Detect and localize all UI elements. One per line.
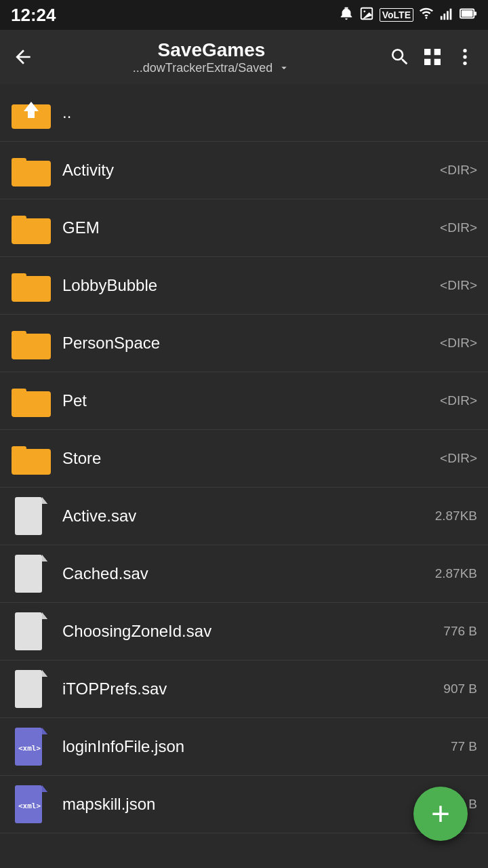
toolbar-actions bbox=[385, 42, 480, 72]
svg-rect-0 bbox=[344, 7, 348, 8]
search-button[interactable] bbox=[385, 42, 415, 72]
status-icons: VoLTE bbox=[339, 6, 477, 24]
xml-file-icon: <xml> bbox=[11, 784, 52, 825]
svg-point-2 bbox=[363, 10, 365, 12]
svg-rect-26 bbox=[12, 331, 26, 336]
file-name: Cached.sav bbox=[62, 564, 423, 583]
parent-folder-icon bbox=[11, 92, 52, 133]
xml-file-icon: <xml> bbox=[11, 726, 52, 767]
folder-icon bbox=[11, 208, 52, 248]
svg-marker-42 bbox=[42, 670, 47, 677]
svg-rect-30 bbox=[12, 446, 26, 452]
list-item[interactable]: Store <DIR> bbox=[0, 430, 488, 488]
svg-rect-5 bbox=[443, 14, 445, 20]
list-item[interactable]: Active.sav 2.87KB bbox=[0, 488, 488, 545]
image-icon bbox=[359, 6, 374, 24]
svg-marker-45 bbox=[42, 728, 47, 734]
folder-icon bbox=[11, 380, 52, 421]
status-bar: 12:24 VoLTE bbox=[0, 0, 488, 30]
file-meta: 77 B bbox=[423, 739, 477, 754]
file-name: ChoosingZoneId.sav bbox=[62, 622, 423, 641]
file-meta: 2.87KB bbox=[423, 566, 477, 581]
folder-name: GEM bbox=[62, 218, 423, 237]
back-button[interactable] bbox=[8, 42, 38, 72]
file-doc-icon bbox=[11, 669, 52, 709]
file-meta: <DIR> bbox=[423, 163, 477, 178]
folder-icon bbox=[11, 438, 52, 479]
svg-point-11 bbox=[463, 49, 466, 52]
svg-rect-28 bbox=[12, 389, 26, 394]
svg-point-12 bbox=[463, 55, 466, 58]
svg-rect-34 bbox=[15, 555, 42, 593]
folder-name: Pet bbox=[62, 391, 423, 410]
list-item[interactable]: ChoosingZoneId.sav 776 B bbox=[0, 603, 488, 660]
add-icon: + bbox=[431, 797, 450, 830]
svg-marker-49 bbox=[42, 785, 47, 792]
svg-rect-9 bbox=[462, 10, 473, 16]
svg-point-3 bbox=[426, 17, 428, 19]
svg-rect-6 bbox=[447, 11, 449, 20]
svg-rect-20 bbox=[12, 158, 26, 163]
folder-icon bbox=[11, 265, 52, 306]
file-meta: 776 B bbox=[423, 624, 477, 639]
more-options-button[interactable] bbox=[450, 42, 480, 72]
file-name: loginInfoFile.json bbox=[62, 737, 423, 756]
list-item[interactable]: <xml> loginInfoFile.json 77 B bbox=[0, 718, 488, 776]
file-list: .. Activity <DIR> GEM <DIR> bbox=[0, 84, 488, 833]
toolbar-subtitle: ...dowTrackerExtra/Saved bbox=[133, 61, 290, 75]
file-name: Active.sav bbox=[62, 507, 423, 526]
svg-rect-21 bbox=[12, 218, 51, 244]
svg-rect-4 bbox=[441, 16, 443, 19]
folder-name: Activity bbox=[62, 161, 423, 180]
folder-icon bbox=[11, 150, 52, 191]
svg-marker-33 bbox=[42, 497, 47, 504]
svg-rect-31 bbox=[15, 497, 42, 535]
file-doc-icon bbox=[11, 611, 52, 652]
folder-icon bbox=[11, 323, 52, 363]
svg-text:<xml>: <xml> bbox=[18, 744, 41, 753]
folder-name: Store bbox=[62, 449, 423, 468]
volte-icon: VoLTE bbox=[380, 8, 413, 22]
svg-marker-39 bbox=[42, 612, 47, 619]
file-meta: <DIR> bbox=[423, 336, 477, 351]
folder-name: LobbyBubble bbox=[62, 276, 423, 295]
file-doc-icon bbox=[11, 553, 52, 594]
list-item[interactable]: .. bbox=[0, 84, 488, 142]
svg-rect-37 bbox=[15, 612, 42, 650]
wifi-icon bbox=[419, 6, 434, 24]
list-item[interactable]: Cached.sav 2.87KB bbox=[0, 545, 488, 603]
svg-rect-7 bbox=[450, 8, 452, 20]
svg-rect-29 bbox=[12, 449, 51, 475]
toolbar-title-block: SaveGames ...dowTrackerExtra/Saved bbox=[45, 39, 378, 75]
battery-icon bbox=[460, 6, 477, 24]
status-time: 12:24 bbox=[11, 5, 56, 26]
file-meta: 2.87KB bbox=[423, 509, 477, 524]
file-name: iTOPPrefs.sav bbox=[62, 679, 423, 698]
list-item[interactable]: PersonSpace <DIR> bbox=[0, 315, 488, 372]
file-meta: <DIR> bbox=[423, 393, 477, 408]
file-doc-icon bbox=[11, 496, 52, 536]
svg-point-13 bbox=[463, 62, 466, 65]
list-item[interactable]: iTOPPrefs.sav 907 B bbox=[0, 660, 488, 718]
svg-marker-36 bbox=[42, 555, 47, 561]
svg-rect-10 bbox=[474, 12, 476, 16]
list-item[interactable]: GEM <DIR> bbox=[0, 199, 488, 257]
list-item[interactable]: LobbyBubble <DIR> bbox=[0, 257, 488, 315]
parent-dir-label: .. bbox=[62, 103, 477, 122]
signal-icon bbox=[439, 6, 454, 24]
folder-name: PersonSpace bbox=[62, 334, 423, 353]
list-item[interactable]: Pet <DIR> bbox=[0, 372, 488, 430]
file-meta: <DIR> bbox=[423, 220, 477, 235]
toolbar: SaveGames ...dowTrackerExtra/Saved bbox=[0, 30, 488, 84]
svg-rect-27 bbox=[12, 391, 51, 417]
svg-text:<xml>: <xml> bbox=[18, 802, 41, 810]
grid-view-button[interactable] bbox=[418, 42, 447, 72]
list-item[interactable]: Activity <DIR> bbox=[0, 142, 488, 199]
add-fab-button[interactable]: + bbox=[413, 787, 468, 841]
notification-icon bbox=[339, 6, 354, 24]
file-meta: 907 B bbox=[423, 682, 477, 696]
toolbar-title: SaveGames bbox=[158, 39, 266, 61]
file-meta: <DIR> bbox=[423, 278, 477, 293]
svg-rect-24 bbox=[12, 273, 26, 279]
svg-rect-22 bbox=[12, 216, 26, 221]
